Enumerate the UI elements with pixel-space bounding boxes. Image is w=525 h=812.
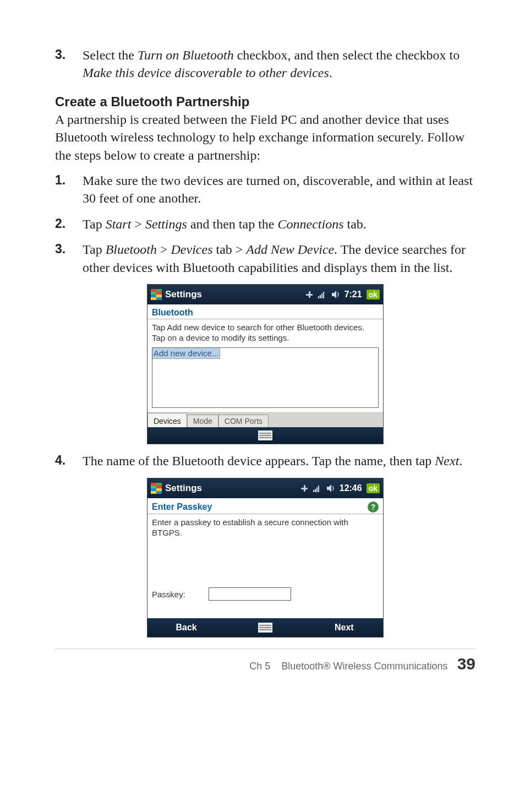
em: Devices [171,242,213,257]
sip-bar [147,427,383,444]
svg-marker-13 [327,484,331,492]
svg-rect-5 [323,292,324,298]
svg-rect-4 [321,293,322,298]
tab-com-ports[interactable]: COM Ports [218,415,269,427]
page-number: 39 [457,655,475,673]
t: . [459,454,462,468]
ok-button[interactable]: ok [367,483,380,493]
intro-paragraph: A partnership is created between the Fie… [55,111,475,164]
svg-rect-2 [318,296,319,298]
panel-header: Bluetooth [147,304,383,319]
connectivity-icon[interactable] [305,290,314,299]
step-2: 2. Tap Start > Settings and then tap the… [55,215,475,233]
keyboard-icon[interactable] [258,623,272,633]
ok-button[interactable]: ok [367,290,380,299]
step-number: 4. [55,452,65,469]
step-text-mid: checkbox, and then select the checkbox t… [234,48,460,62]
tab-devices[interactable]: Devices [147,413,187,427]
svg-rect-12 [318,486,319,492]
em: Settings [145,217,187,231]
panel-instructions: Tap Add new device to search for other B… [147,319,383,345]
footer-rule [55,648,475,649]
passkey-input[interactable] [209,587,291,601]
next-button[interactable]: Next [305,623,383,633]
svg-rect-10 [315,489,316,492]
em: Next [435,454,459,468]
step-3: 3. Tap Bluetooth > Devices tab > Add New… [55,241,475,276]
t: tab > [212,242,246,257]
svg-marker-6 [332,291,336,298]
clock-time: 12:46 [340,483,362,493]
svg-rect-1 [306,294,313,296]
device-listbox[interactable]: Add new device... [152,347,379,408]
volume-icon[interactable] [326,484,335,492]
start-icon[interactable] [151,483,162,494]
window-title: Settings [165,289,202,300]
step-1: 1. Make sure the two devices are turned … [55,172,475,208]
step-3-top: 3. Select the Turn on Bluetooth checkbox… [55,46,475,82]
screenshot-bluetooth-devices: Settings 7:21 ok Bluetooth Tap Add new d… [147,284,384,445]
window-titlebar: Settings 7:21 ok [147,285,383,304]
step-number: 3. [55,241,65,258]
svg-rect-3 [320,295,321,298]
page-footer: Ch 5 Bluetooth® Wireless Communications … [55,655,475,673]
footer-chapter: Ch 5 [249,661,270,672]
panel-header: Enter Passkey [152,502,212,512]
keyboard-icon[interactable] [258,430,272,440]
back-button[interactable]: Back [147,623,225,633]
step-em2: Make this device discoverable to other d… [83,66,329,80]
step-em1: Turn on Bluetooth [138,48,234,62]
window-titlebar: Settings 12:46 ok [147,478,383,498]
clock-time: 7:21 [344,290,362,299]
step-text-prefix: Select the [83,48,138,62]
t: > [131,217,145,231]
step-number: 3. [55,46,65,63]
list-item-add-new-device[interactable]: Add new device... [152,348,220,358]
t: Tap [83,217,106,231]
section-heading: Create a Bluetooth Partnership [55,94,475,110]
step-text-suffix: . [329,66,332,80]
footer-title: Bluetooth® Wireless Communications [281,661,447,672]
nav-bar: Back Next [147,618,383,637]
tab-mode[interactable]: Mode [187,415,218,427]
svg-rect-9 [313,490,314,492]
signal-icon[interactable] [318,291,327,298]
volume-icon[interactable] [331,291,340,298]
connectivity-icon[interactable] [300,484,309,493]
start-icon[interactable] [151,289,162,300]
window-title: Settings [165,483,202,494]
tab-strip: Devices Mode COM Ports [147,412,383,427]
svg-rect-11 [316,487,318,492]
passkey-label: Passkey: [152,590,185,599]
step-4: 4. The name of the Bluetooth device appe… [55,452,475,470]
t: Tap [83,242,106,257]
help-icon[interactable]: ? [368,502,379,513]
t: > [157,242,171,257]
screenshot-enter-passkey: Settings 12:46 ok Enter Passkey ? Enter … [147,478,384,638]
t: tab. [344,217,367,231]
svg-rect-8 [301,488,308,489]
step-number: 1. [55,172,65,189]
t: The name of the Bluetooth device appears… [83,454,435,468]
em: Add New Device. [246,242,337,257]
t: and then tap the [187,217,278,231]
em: Start [106,217,132,231]
step-number: 2. [55,215,65,232]
panel-instructions: Enter a passkey to establish a secure co… [147,514,383,539]
step-text: Make sure the two devices are turned on,… [83,173,473,205]
signal-icon[interactable] [313,484,322,492]
em: Bluetooth [106,242,157,257]
em: Connections [278,217,344,231]
